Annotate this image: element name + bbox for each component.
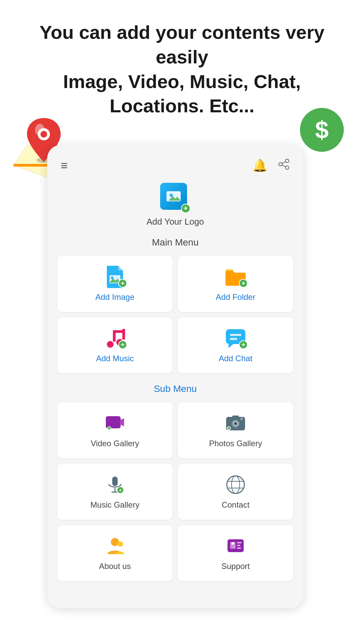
header-line2: Image, Video, Music, Chat, Locations. Et… (63, 71, 301, 117)
about-us-label: About us (99, 562, 131, 571)
photos-gallery-button[interactable]: + Photos Gallery (178, 402, 293, 458)
svg-rect-55 (237, 542, 242, 543)
bell-icon[interactable]: 🔔 (252, 159, 268, 173)
folder-plus-badge: + (239, 279, 248, 288)
svg-text:+: + (119, 487, 122, 493)
image-file-icon: + (104, 266, 126, 288)
folder-icon: + (225, 266, 246, 288)
svg-point-8 (40, 131, 47, 138)
svg-rect-29 (106, 416, 121, 428)
hamburger-menu-icon[interactable]: ≡ (61, 160, 68, 172)
svg-point-46 (227, 476, 244, 493)
svg-text:+: + (108, 427, 110, 430)
phone-topbar: ≡ 🔔 (54, 155, 297, 179)
video-gallery-label: Video Gallery (91, 439, 139, 448)
svg-point-11 (279, 163, 282, 166)
dollar-icon: $ (300, 108, 344, 152)
logo-add-icon: + (181, 204, 190, 213)
svg-marker-26 (229, 344, 233, 348)
svg-rect-24 (113, 330, 125, 333)
contact-label: Contact (222, 500, 250, 510)
svg-line-13 (282, 165, 285, 167)
svg-point-38 (240, 418, 243, 420)
main-menu-grid: + Add Image + Add Folder (54, 256, 297, 373)
music-gallery-button[interactable]: + Music Gallery (57, 464, 173, 520)
svg-point-10 (285, 166, 289, 169)
header-line1: You can add your contents very easily (39, 22, 324, 67)
add-music-label: Add Music (96, 354, 134, 363)
svg-text:+: + (228, 427, 230, 430)
support-button[interactable]: Support (178, 525, 293, 581)
svg-line-12 (282, 162, 285, 164)
contact-icon (225, 474, 246, 495)
chat-plus-badge: + (239, 340, 248, 349)
logo-area: + Add Your Logo (54, 183, 297, 227)
svg-point-51 (118, 541, 123, 547)
add-music-button[interactable]: + Add Music (57, 317, 173, 373)
svg-rect-56 (237, 545, 240, 546)
contact-button[interactable]: Contact (178, 464, 293, 520)
image-plus-badge: + (118, 279, 127, 288)
main-menu-label: Main Menu (54, 237, 297, 248)
svg-point-9 (285, 159, 289, 163)
add-chat-button[interactable]: + Add Chat (178, 317, 293, 373)
support-label: Support (221, 562, 250, 571)
add-image-button[interactable]: + Add Image (57, 256, 173, 312)
logo-wrapper[interactable]: + (160, 183, 190, 213)
svg-rect-41 (112, 477, 118, 486)
music-gallery-label: Music Gallery (90, 500, 139, 510)
photos-gallery-label: Photos Gallery (209, 439, 262, 448)
svg-rect-28 (230, 338, 237, 340)
add-chat-label: Add Chat (219, 354, 252, 363)
svg-rect-37 (232, 416, 239, 418)
logo-label: Add Your Logo (147, 217, 204, 227)
dollar-symbol: $ (315, 116, 329, 144)
video-gallery-icon: + (104, 412, 126, 434)
about-us-button[interactable]: About us (57, 525, 173, 581)
svg-point-20 (107, 341, 114, 348)
music-gallery-icon: + (104, 474, 126, 495)
svg-point-54 (232, 542, 234, 545)
add-image-label: Add Image (95, 292, 134, 302)
topbar-icons: 🔔 (252, 159, 290, 173)
svg-point-47 (232, 476, 240, 493)
add-folder-label: Add Folder (216, 292, 255, 302)
svg-rect-57 (237, 547, 241, 549)
add-folder-button[interactable]: + Add Folder (178, 256, 293, 312)
svg-point-36 (234, 422, 237, 425)
about-us-icon (104, 535, 126, 557)
video-gallery-button[interactable]: + Video Gallery (57, 402, 173, 458)
sub-menu-grid: + Video Gallery + Photos Gallery (54, 402, 297, 581)
svg-rect-27 (230, 334, 241, 336)
photos-gallery-icon: + (225, 412, 246, 434)
support-icon (225, 535, 246, 557)
share-icon[interactable] (278, 159, 290, 172)
chat-icon: + (225, 327, 246, 349)
music-icon: + (104, 327, 126, 349)
phone-mockup: ≡ 🔔 + (47, 145, 303, 608)
sub-menu-label: Sub Menu (54, 383, 297, 394)
music-plus-badge: + (118, 340, 127, 349)
